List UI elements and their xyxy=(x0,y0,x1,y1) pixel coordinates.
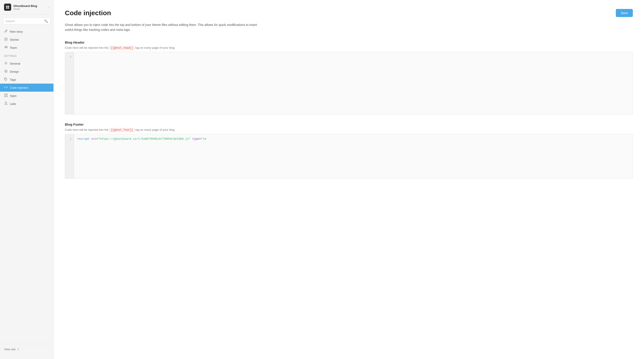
header-code-content[interactable] xyxy=(74,52,632,114)
blog-footer-desc: Code here will be injected into the {{gh… xyxy=(65,128,633,132)
svg-rect-3 xyxy=(8,8,9,8)
save-button[interactable]: Save xyxy=(616,9,633,17)
sidebar-item-team[interactable]: Team xyxy=(0,44,54,52)
stories-label: Stories xyxy=(10,38,19,41)
view-site-label: View site xyxy=(4,348,16,351)
line-numbers-header: 1 xyxy=(65,52,74,114)
labs-label: Labs xyxy=(10,102,16,106)
blog-footer-desc-before: Code here will be injected into the xyxy=(65,128,108,132)
labs-icon xyxy=(4,102,8,106)
tags-label: Tags xyxy=(10,78,16,81)
brand-icon xyxy=(4,4,11,11)
sidebar-item-general[interactable]: General xyxy=(0,60,54,68)
svg-rect-0 xyxy=(6,6,8,7)
code-injection-label: Code injection xyxy=(10,86,28,90)
blog-header-title: Blog Header xyxy=(65,40,633,44)
stories-icon xyxy=(4,38,8,42)
ghost-head-tag: {{ghost_head}} xyxy=(109,46,134,50)
blog-header-editor[interactable]: 1 xyxy=(65,52,633,114)
svg-point-12 xyxy=(5,79,5,79)
blog-footer-title: Blog Footer xyxy=(65,122,633,126)
main-content: Code injection Save Ghost allows you to … xyxy=(54,0,644,359)
svg-rect-16 xyxy=(6,96,8,97)
gear-icon xyxy=(4,62,8,66)
apps-icon xyxy=(4,94,8,98)
view-site-link[interactable]: View site ↗ xyxy=(4,348,50,351)
sidebar-item-apps[interactable]: Apps xyxy=(0,92,54,100)
sidebar-item-code-injection[interactable]: Code injection xyxy=(0,84,54,92)
blog-header-section: Blog Header Code here will be injected i… xyxy=(65,40,633,114)
svg-point-8 xyxy=(6,46,7,47)
sidebar: Ghostboard Blog David ⌄ 🔍 New story xyxy=(0,0,54,359)
apps-label: Apps xyxy=(10,94,16,98)
code-injection-icon xyxy=(4,86,8,90)
general-label: General xyxy=(10,62,20,65)
blog-header-desc-after: tag on every page of your blog xyxy=(135,46,175,50)
ghost-foot-tag: {{ghost_foot}} xyxy=(109,128,134,132)
footer-code-content[interactable]: <script src="https://ghostboard.io/t/5a8… xyxy=(74,134,632,178)
page-description: Ghost allows you to inject code into the… xyxy=(65,22,266,32)
svg-rect-13 xyxy=(4,94,5,95)
brand: Ghostboard Blog David xyxy=(4,4,37,11)
svg-rect-2 xyxy=(6,8,8,8)
brand-name: Ghostboard Blog xyxy=(14,4,37,8)
sidebar-item-labs[interactable]: Labs xyxy=(0,100,54,108)
svg-rect-15 xyxy=(4,96,5,97)
blog-footer-section: Blog Footer Code here will be injected i… xyxy=(65,122,633,178)
search-bar[interactable]: 🔍 xyxy=(3,18,50,24)
design-label: Design xyxy=(10,70,19,73)
svg-rect-1 xyxy=(8,6,9,7)
team-icon xyxy=(4,46,8,50)
page-title: Code injection xyxy=(65,9,111,17)
sidebar-item-new-story[interactable]: New story xyxy=(0,28,54,36)
settings-section-label: SETTINGS xyxy=(0,52,54,58)
chevron-down-icon[interactable]: ⌄ xyxy=(47,6,50,9)
sidebar-item-stories[interactable]: Stories xyxy=(0,36,54,44)
sidebar-header: Ghostboard Blog David ⌄ xyxy=(0,0,54,14)
svg-rect-14 xyxy=(6,94,8,95)
search-icon[interactable]: 🔍 xyxy=(44,19,48,23)
sidebar-item-design[interactable]: Design xyxy=(0,68,54,76)
blog-header-desc-before: Code here will be injected into the xyxy=(65,46,108,50)
search-input[interactable] xyxy=(6,20,42,23)
tag-icon xyxy=(4,78,8,82)
main-header: Code injection Save xyxy=(65,9,633,17)
sidebar-item-tags[interactable]: Tags xyxy=(0,76,54,84)
svg-point-7 xyxy=(5,46,6,47)
blog-header-desc: Code here will be injected into the {{gh… xyxy=(65,46,633,50)
team-label: Team xyxy=(10,46,17,50)
svg-rect-4 xyxy=(4,38,7,40)
svg-point-11 xyxy=(5,71,6,72)
external-link-icon: ↗ xyxy=(17,348,19,351)
nav-section: New story Stories Team xyxy=(0,28,54,52)
blog-footer-editor[interactable]: 1 <script src="https://ghostboard.io/t/5… xyxy=(65,134,633,178)
sidebar-footer: View site ↗ xyxy=(0,344,54,354)
design-icon xyxy=(4,70,8,74)
blog-footer-desc-after: tag on every page of your blog xyxy=(135,128,175,132)
svg-point-9 xyxy=(5,62,6,64)
settings-nav: General Design Tags xyxy=(0,60,54,108)
line-numbers-footer: 1 xyxy=(65,134,74,178)
new-story-label: New story xyxy=(10,30,23,33)
svg-point-10 xyxy=(4,70,7,72)
pencil-icon xyxy=(4,30,8,34)
brand-text: Ghostboard Blog David xyxy=(14,4,37,10)
brand-user: David xyxy=(14,8,37,10)
